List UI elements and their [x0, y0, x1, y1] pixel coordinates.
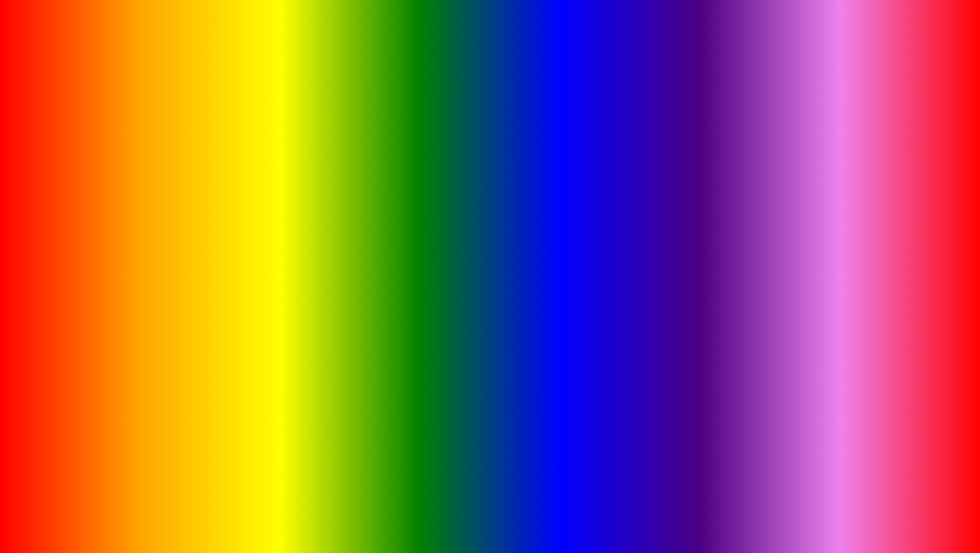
logo-fruits-text: FRUITS	[844, 513, 939, 542]
panel-right-tag: [ MOBILE & PC ]	[505, 162, 553, 170]
panel-left: 🍊 #Coca↑ Hub [ MOBILE & PC ] [RightContr…	[45, 157, 304, 339]
panel-left-sidebar: Auto Farm PVP + Aimbot Stats & Sver Tele…	[46, 175, 102, 338]
warning-text: WARN: Use Anti When Farming!	[106, 179, 299, 187]
hub-icon-right: 🍊	[450, 161, 461, 171]
panel-right-content: [ Full Moon -Check- ] 3/5 : Full Moon 50…	[501, 175, 702, 336]
sidebar-right-esp[interactable]: Esp	[445, 240, 501, 256]
panel-left-keybind: [RightControl]	[264, 163, 298, 169]
screen-section: [ Screen ]	[106, 280, 299, 334]
panel-right-sidebar: PVP + Aimbot Stats & Sver Teleport Raid …	[445, 175, 501, 336]
panel-right: 🍊 #Coca↑ Hub [ MOBILE & PC ] [RightContr…	[444, 157, 703, 337]
logo-blox-text: BLOX	[768, 513, 841, 542]
panel-left-content: WARN: Use Anti When Farming! Anti Out Ga…	[102, 175, 303, 338]
sidebar-item-esp[interactable]: Esp	[46, 256, 101, 271]
toggle-label-find-mirage: Find Mirage Island	[507, 250, 558, 257]
skull-logo-icon: 💀	[768, 476, 939, 512]
sidebar-right-devil-fruit[interactable]: Devil Fruit	[445, 256, 501, 271]
moon-status-text: 3/5 : Full Moon 50%	[508, 192, 695, 199]
toggle-switch-bring-monster[interactable]	[278, 208, 297, 217]
mirage-section-header: [ Mirage Island ]	[505, 215, 698, 223]
panel-right-header: 🍊 #Coca↑ Hub [ MOBILE & PC ] [RightContr…	[445, 158, 702, 175]
scroll-indicator	[201, 286, 203, 301]
toggle-label-super-fast-attack: Super Fast Attack [ Kick + Auto-Click ]	[108, 252, 210, 259]
toggle-label-auto-hanging: Auto Hanging Mirage island [FUNCTION IS …	[507, 229, 646, 235]
full-moon-title: [ Full Moon -Check- ]	[571, 182, 633, 190]
toggle-label-bring-monster: Bring Monster [✓]	[108, 209, 156, 216]
toggle-label-fast-attack: Fast Attack [ Normal ✓]	[108, 224, 171, 231]
sidebar-right-stats-sver[interactable]: Stats & Sver	[445, 193, 501, 209]
script-text: SCRIPT	[485, 488, 619, 530]
toggle-fast-attack: Fast Attack [ Normal ✓]	[106, 220, 299, 235]
panel-left-hub-name: #Coca↑ Hub	[66, 163, 104, 170]
panel-left-header: 🍊 #Coca↑ Hub [ MOBILE & PC ] [RightContr…	[46, 158, 303, 175]
sidebar-right-shop-race[interactable]: Shop & Race	[445, 271, 501, 287]
sidebar-item-pvp-aimbot[interactable]: PVP + Aimbot	[46, 193, 101, 209]
auto-farm-text: AUTO FARM	[169, 479, 470, 538]
toggle-find-mirage-hop: Find Mirage Island [Hop]	[505, 261, 698, 276]
toggle-auto-hanging-mirage: Auto Hanging Mirage island [FUNCTION IS …	[505, 225, 698, 239]
panel-right-body: PVP + Aimbot Stats & Sver Teleport Raid …	[445, 175, 702, 336]
toggle-label-auto-click: Auto Click	[108, 267, 135, 274]
sidebar-item-auto-farm[interactable]: Auto Farm	[46, 177, 101, 193]
toggle-switch-fast-attack[interactable]	[278, 223, 297, 232]
toggle-label-find-mirage-hop: Find Mirage Island [Hop]	[507, 265, 574, 272]
super-fast-warn-text: Super Fast Attack [ Lag For Weak Devices…	[106, 238, 299, 246]
panel-left-tag: [ MOBILE & PC ]	[106, 162, 154, 170]
mirage-section-label: [ Mirage Island ]	[578, 215, 626, 223]
scroll-indicator-2	[201, 314, 203, 329]
toggle-switch-auto-click[interactable]	[278, 266, 297, 275]
sidebar-item-stats-sver[interactable]: Stats & Sver	[46, 209, 101, 224]
toggle-switch-auto-hanging[interactable]	[678, 227, 696, 236]
sidebar-right-pvp-aimbot[interactable]: PVP + Aimbot	[445, 177, 501, 193]
hub-icon-left: 🍊	[51, 161, 61, 171]
panel-left-hub-info: 🍊 #Coca↑ Hub [ MOBILE & PC ]	[51, 161, 154, 171]
sidebar-right-raid-awk[interactable]: Raid & Awk	[445, 224, 501, 240]
mirage-line-right	[629, 219, 698, 219]
toggle-label-anti-out-game: Anti Out Game	[108, 194, 148, 201]
sidebar-item-up-race[interactable]: UP Race [V4]	[46, 319, 101, 334]
sidebar-item-shop-race-left[interactable]: Shop & Race	[46, 287, 101, 303]
toggle-anti-out-game: Anti Out Game	[106, 191, 299, 205]
toggle-bring-monster: Bring Monster [✓]	[106, 205, 299, 220]
main-title: BLOX FRUITS	[0, 15, 980, 109]
toggle-super-fast-attack: Super Fast Attack [ Kick + Auto-Click ]	[106, 249, 299, 263]
moon-divider-right	[636, 186, 695, 186]
screen-label: [ Screen ]	[189, 304, 215, 312]
panel-right-hub-name: #Coca↑ Hub	[466, 163, 503, 170]
mirage-line-left	[505, 219, 574, 219]
toggle-auto-click: Auto Click	[106, 263, 299, 278]
full-moon-section: [ Full Moon -Check- ] 3/5 : Full Moon 50…	[505, 179, 698, 211]
toggle-switch-anti-out-game[interactable]	[278, 193, 297, 202]
sidebar-item-teleport[interactable]: Teleport	[46, 224, 101, 240]
sidebar-item-devil-fruit[interactable]: Devil Fruit	[46, 271, 101, 287]
bottom-logo: 💀 BLOX FRUITS	[768, 476, 939, 543]
sidebar-item-misc-hop[interactable]: Misc & Hop	[46, 303, 101, 319]
panel-right-hub-info: 🍊 #Coca↑ Hub [ MOBILE & PC ]	[450, 161, 553, 171]
sidebar-right-up-race[interactable]: UP Race [V4]	[445, 303, 501, 319]
moon-divider-left	[508, 186, 567, 186]
sidebar-right-misc-hop[interactable]: Misc & Hop	[445, 287, 501, 303]
find-mirage-spacer: Find Mirage Island Find Mirage Island [H…	[505, 247, 698, 276]
toggle-find-mirage: Find Mirage Island	[505, 247, 698, 261]
sidebar-right-checking-status[interactable]: Checking Status	[445, 319, 501, 334]
sidebar-right-teleport[interactable]: Teleport	[445, 209, 501, 224]
sidebar-item-raid-awk[interactable]: Raid & Awk	[46, 240, 101, 256]
toggle-switch-find-mirage[interactable]	[678, 249, 696, 258]
toggle-switch-super-fast-attack[interactable]	[278, 251, 297, 260]
mirage-not-found-text: : Mirage Island Not Found [X]	[508, 200, 695, 208]
panel-left-body: Auto Farm PVP + Aimbot Stats & Sver Tele…	[46, 175, 303, 338]
panel-right-keybind: [RightControl]	[663, 163, 697, 169]
toggle-switch-find-mirage-hop[interactable]	[678, 264, 696, 273]
full-moon-header: [ Full Moon -Check- ]	[508, 182, 695, 190]
